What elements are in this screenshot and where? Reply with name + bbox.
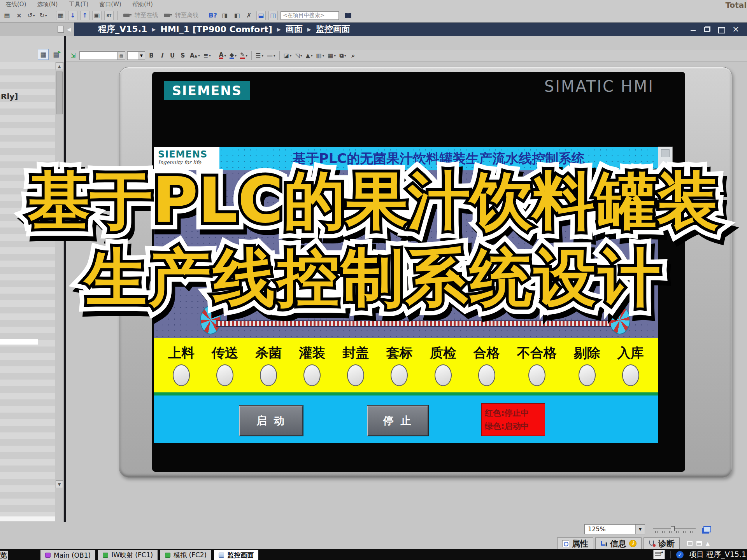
align-text-button[interactable]: ≡▾: [203, 51, 212, 60]
menu-help[interactable]: 帮助(H): [132, 1, 153, 8]
delete-icon[interactable]: ×: [14, 11, 24, 20]
station-lamp[interactable]: [391, 364, 408, 386]
start-runtime-window-icon[interactable]: ◨: [220, 11, 230, 20]
collapse-left-icon[interactable]: ◀: [67, 26, 71, 32]
rotate-object-button[interactable]: ◹▾: [294, 51, 303, 60]
tab-monitor-screen[interactable]: 监控画面: [214, 550, 258, 560]
font-color-button[interactable]: A▾: [218, 51, 227, 60]
left-panel-scrollbar[interactable]: ▲ ▼: [55, 62, 63, 522]
start-button[interactable]: 启 动: [239, 406, 303, 436]
line-style-button[interactable]: ☰▾: [255, 51, 264, 60]
export-table-icon[interactable]: ▤➤: [51, 49, 61, 60]
minimize-icon[interactable]: [690, 26, 696, 32]
close-icon[interactable]: ×: [732, 26, 738, 32]
search-icon[interactable]: [342, 11, 351, 20]
breadcrumb-screens[interactable]: 画面: [286, 23, 303, 35]
align-objects-button[interactable]: ▥▾: [316, 51, 325, 60]
start-simulation-icon[interactable]: ▣: [92, 11, 102, 20]
underline-button[interactable]: U: [168, 51, 177, 60]
station-lamp[interactable]: [216, 364, 233, 386]
fill-color-button[interactable]: ◆▾: [229, 51, 237, 60]
tab-diagnostics[interactable]: 诊断: [644, 537, 680, 549]
fit-to-window-icon[interactable]: [703, 526, 711, 532]
accessible-devices-icon[interactable]: B?: [208, 11, 217, 20]
cross-reference-icon[interactable]: ✗: [244, 11, 254, 20]
font-list-icon[interactable]: ▤: [117, 52, 125, 60]
restore-icon[interactable]: [704, 26, 710, 32]
scrollbar-thumb[interactable]: [56, 72, 63, 114]
dash-style-button[interactable]: —▾: [266, 51, 276, 60]
station-lamp[interactable]: [528, 364, 545, 386]
stop-button[interactable]: 停 止: [367, 406, 428, 436]
redo-icon[interactable]: ↻▾: [39, 11, 48, 20]
menu-online[interactable]: 在线(O): [5, 1, 26, 8]
stop-runtime-window-icon[interactable]: ◧: [232, 11, 242, 20]
chevron-down-icon[interactable]: ▼: [635, 525, 645, 534]
detail-view-icon[interactable]: ▦: [38, 49, 49, 60]
runtime-export-icon[interactable]: [653, 550, 665, 559]
slider-thumb[interactable]: [671, 526, 675, 531]
go-offline-label[interactable]: 转至离线: [175, 12, 198, 19]
station-lamp[interactable]: [622, 364, 639, 386]
hmi-screen[interactable]: SIEMENS Ingenuity for life 基于PLC的无菌果汁饮料罐…: [154, 147, 658, 443]
dock-pane-icon[interactable]: [696, 541, 702, 546]
runtime-icon[interactable]: RT: [104, 11, 114, 20]
paste-icon[interactable]: ▤: [2, 11, 12, 20]
arrange-order-button[interactable]: ◪▾: [283, 51, 293, 60]
go-online-label[interactable]: 转至在线: [135, 12, 158, 19]
menu-tools[interactable]: 工具(T): [68, 1, 88, 8]
compile-icon[interactable]: ▦: [56, 11, 65, 20]
go-online-icon[interactable]: [122, 11, 131, 20]
font-size-button[interactable]: A▴▾: [189, 51, 201, 60]
station-lamp[interactable]: [303, 364, 321, 386]
menu-options[interactable]: 选项(N): [37, 1, 58, 8]
breadcrumb-device[interactable]: HMI_1 [TP900 Comfort]: [160, 24, 272, 34]
maximize-icon[interactable]: [718, 26, 724, 32]
panel-toggle-icon[interactable]: [58, 26, 64, 33]
zoom-area-icon[interactable]: ⌕: [349, 51, 358, 60]
expand-pane-icon[interactable]: ▲: [706, 541, 710, 546]
distribute-objects-button[interactable]: ▦▾: [327, 51, 337, 60]
breadcrumb-project[interactable]: 程序_V15.1: [98, 23, 147, 35]
fan-icon[interactable]: [609, 306, 630, 334]
left-panel-list[interactable]: Rly] ▲ ▼: [0, 62, 64, 522]
scroll-up-icon[interactable]: ▲: [56, 62, 63, 70]
group-objects-button[interactable]: ⧉▾: [338, 51, 347, 60]
bold-button[interactable]: B: [147, 51, 156, 60]
breadcrumb-current-screen[interactable]: 监控画面: [316, 23, 350, 35]
tab-iw-map-fc1[interactable]: IW映射 (FC1): [98, 550, 158, 560]
project-search-input[interactable]: [281, 11, 339, 20]
station-lamp[interactable]: [347, 364, 364, 386]
border-color-button[interactable]: ✎▾: [239, 51, 248, 60]
font-size-combo[interactable]: ▼: [127, 51, 145, 60]
screen-scrollbar[interactable]: [658, 147, 673, 172]
go-offline-icon[interactable]: [162, 11, 172, 20]
font-name-combo[interactable]: ▤: [79, 51, 125, 60]
split-vertical-icon[interactable]: ◫: [268, 11, 278, 20]
list-selected-row[interactable]: [0, 339, 38, 345]
download-to-device-icon[interactable]: ↓: [68, 11, 77, 20]
tab-properties[interactable]: 属性: [557, 537, 593, 549]
station-lamp[interactable]: [478, 364, 495, 386]
tab-sim-fc2[interactable]: 模拟 (FC2): [160, 550, 211, 560]
italic-button[interactable]: I: [158, 51, 166, 60]
strikethrough-button[interactable]: S: [179, 51, 187, 60]
fan-icon[interactable]: [200, 306, 221, 334]
zoom-slider[interactable]: [653, 525, 696, 533]
split-horizontal-icon[interactable]: ⬓: [256, 11, 266, 20]
upload-from-device-icon[interactable]: ↑: [80, 11, 89, 20]
flip-object-button[interactable]: ▲▾: [305, 51, 313, 60]
tab-overview-partial[interactable]: 览: [0, 551, 8, 560]
chevron-down-icon[interactable]: ▼: [138, 52, 145, 60]
tab-main-ob1[interactable]: Main (OB1): [40, 550, 95, 560]
scroll-down-icon[interactable]: ▼: [56, 480, 63, 488]
station-lamp[interactable]: [579, 364, 596, 386]
editor-canvas[interactable]: SIEMENS SIMATIC HMI SIEMENS Ingenuity fo…: [66, 62, 747, 522]
zoom-select[interactable]: 125% ▼: [584, 524, 645, 534]
menu-window[interactable]: 窗口(W): [99, 1, 121, 8]
station-lamp[interactable]: [435, 364, 452, 386]
export-screen-icon[interactable]: ⇲: [69, 51, 77, 60]
float-pane-icon[interactable]: [687, 541, 693, 546]
station-lamp[interactable]: [173, 364, 190, 386]
station-lamp[interactable]: [260, 364, 277, 386]
